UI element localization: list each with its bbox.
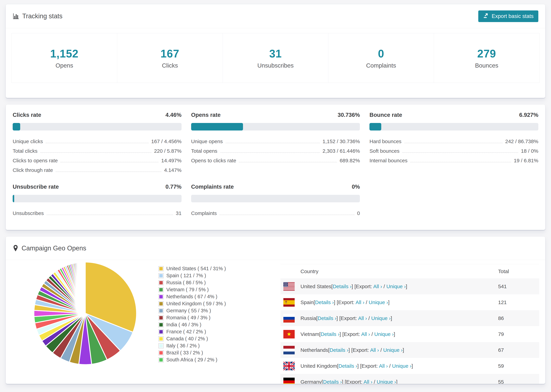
export-unique-link-netherlands[interactable]: Unique › bbox=[383, 347, 403, 353]
export-unique-link-vietnam[interactable]: Unique › bbox=[374, 331, 394, 337]
details-link-united-kingdom[interactable]: Details › bbox=[339, 363, 357, 369]
legend-item-germany[interactable]: Germany ( 55 / 3% ) bbox=[158, 307, 226, 314]
export-unique-link-united-states[interactable]: Unique › bbox=[386, 284, 406, 289]
export-all-link-spain[interactable]: All › bbox=[356, 300, 365, 305]
geo-table-cell-country: United Kingdom [Details ›] [Export: All … bbox=[281, 362, 498, 370]
export-unique-link-germany[interactable]: Unique › bbox=[377, 379, 396, 384]
export-all-link-netherlands[interactable]: All › bbox=[370, 347, 379, 353]
legend-label: United States ( 541 / 31% ) bbox=[166, 266, 226, 271]
country-name: Netherlands bbox=[300, 347, 328, 353]
legend-item-india[interactable]: India ( 46 / 3% ) bbox=[158, 321, 226, 328]
rate-row-complaints: Complaints0 bbox=[191, 209, 360, 218]
geo-table-cell-total: 59 bbox=[498, 363, 539, 369]
rate-row-total-clicks: Total clicks220 / 5.87% bbox=[13, 146, 182, 156]
rate-detail-rows: Complaints0 bbox=[191, 209, 360, 218]
rate-value: 6.927% bbox=[519, 112, 538, 118]
export-unique-link-spain[interactable]: Unique › bbox=[369, 300, 388, 305]
export-all-link-russia[interactable]: All › bbox=[358, 315, 367, 321]
geo-table-cell-country: Vietnam [Details ›] [Export: All › / Uni… bbox=[281, 330, 498, 338]
dotted-leader bbox=[220, 152, 320, 153]
details-link-spain[interactable]: Details › bbox=[315, 300, 334, 305]
geo-table-cell-country: Russia [Details ›] [Export: All › / Uniq… bbox=[281, 314, 498, 322]
export-all-link-united-states[interactable]: All › bbox=[373, 284, 382, 289]
geo-table-header-country: Country bbox=[281, 268, 498, 274]
page-title: Tracking stats bbox=[22, 13, 63, 20]
export-unique-link-united-kingdom[interactable]: Unique › bbox=[392, 363, 411, 369]
rate-row-label: Unique clicks bbox=[13, 139, 43, 144]
country-links: [Details ›] [Export: All › / Unique ›] bbox=[319, 331, 395, 337]
stat-box-opens: 1,152Opens bbox=[12, 33, 117, 83]
details-link-vietnam[interactable]: Details › bbox=[321, 331, 339, 337]
rate-row-unsubscribes: Unsubscribes31 bbox=[13, 209, 182, 218]
rate-row-hard-bounces: Hard bounces242 / 86.738% bbox=[369, 137, 538, 146]
legend-swatch bbox=[158, 301, 164, 306]
geo-table-row-russia: Russia [Details ›] [Export: All › / Uniq… bbox=[281, 310, 539, 326]
legend-item-france[interactable]: France ( 42 / 2% ) bbox=[158, 328, 226, 335]
rate-title: Bounce rate bbox=[369, 112, 402, 118]
tracking-stats-title-group: Tracking stats bbox=[13, 13, 63, 20]
stat-label-unsubscribes: Unsubscribes bbox=[223, 62, 328, 69]
rate-row-label: Unsubscribes bbox=[13, 210, 44, 216]
legend-item-brazil[interactable]: Brazil ( 33 / 2% ) bbox=[158, 349, 226, 356]
flag-ru-icon bbox=[283, 314, 295, 322]
rate-row-value: 242 / 86.738% bbox=[505, 139, 538, 144]
legend-item-netherlands[interactable]: Netherlands ( 67 / 4% ) bbox=[158, 293, 226, 300]
geo-table-cell-total: 541 bbox=[498, 284, 539, 289]
progress-bar-complaints-rate bbox=[191, 195, 360, 202]
geo-pie-chart[interactable] bbox=[29, 257, 142, 370]
details-link-united-states[interactable]: Details › bbox=[333, 284, 352, 289]
pie-slice-other[interactable] bbox=[85, 262, 85, 313]
country-links: [Details ›] [Export: All › / Unique ›] bbox=[322, 379, 397, 384]
legend-item-united-states[interactable]: United States ( 541 / 31% ) bbox=[158, 265, 226, 272]
progress-bar-clicks-rate bbox=[13, 123, 182, 131]
rate-row-label: Clicks to opens rate bbox=[13, 158, 58, 163]
geo-table-cell-total: 121 bbox=[498, 300, 539, 305]
legend-swatch bbox=[158, 273, 164, 278]
rates-row-top: Clicks rate4.46%Unique clicks167 / 4.456… bbox=[13, 112, 538, 175]
export-all-link-united-kingdom[interactable]: All › bbox=[379, 363, 388, 369]
map-pin-icon bbox=[13, 245, 19, 252]
details-link-russia[interactable]: Details › bbox=[318, 315, 336, 321]
legend-item-russia[interactable]: Russia ( 86 / 5% ) bbox=[158, 279, 226, 286]
stat-value-opens: 1,152 bbox=[12, 47, 117, 60]
geo-table-cell-country: Germany [Details ›] [Export: All › / Uni… bbox=[281, 378, 498, 384]
legend-item-spain[interactable]: Spain ( 121 / 7% ) bbox=[158, 272, 226, 279]
legend-item-united-kingdom[interactable]: United Kingdom ( 59 / 3% ) bbox=[158, 300, 226, 307]
legend-swatch bbox=[158, 266, 164, 271]
legend-label: Netherlands ( 67 / 4% ) bbox=[166, 294, 217, 300]
geo-table-row-vietnam: Vietnam [Details ›] [Export: All › / Uni… bbox=[281, 326, 539, 342]
legend-item-canada[interactable]: Canada ( 40 / 2% ) bbox=[158, 335, 226, 342]
details-link-germany[interactable]: Details › bbox=[323, 379, 342, 384]
dotted-leader bbox=[219, 215, 354, 215]
flag-vn-icon bbox=[283, 330, 295, 338]
flag-gb-icon bbox=[283, 362, 295, 370]
rates-row-bottom: Unsubscribe rate0.77%Unsubscribes31Compl… bbox=[13, 183, 538, 218]
geo-table-cell-country: Spain [Details ›] [Export: All › / Uniqu… bbox=[281, 298, 498, 307]
rate-section-clicks-rate: Clicks rate4.46%Unique clicks167 / 4.456… bbox=[13, 112, 182, 175]
export-basic-stats-button[interactable]: Export basic stats bbox=[478, 10, 538, 22]
stat-label-clicks: Clicks bbox=[117, 62, 223, 69]
export-unique-link-russia[interactable]: Unique › bbox=[371, 315, 391, 321]
stat-box-clicks: 167Clicks bbox=[117, 33, 223, 83]
stat-label-opens: Opens bbox=[12, 62, 117, 69]
campaign-geo-title-group: Campaign Geo Opens bbox=[13, 245, 86, 252]
geo-table-header-row: CountryTotal bbox=[281, 264, 539, 279]
geo-pie-legend: United States ( 541 / 31% )Spain ( 121 /… bbox=[158, 265, 226, 363]
export-icon bbox=[483, 13, 489, 20]
legend-item-romania[interactable]: Romania ( 49 / 3% ) bbox=[158, 314, 226, 321]
country-links: [Details ›] [Export: All › / Unique ›] bbox=[328, 347, 404, 353]
rate-row-opens-to-clicks-rate: Opens to clicks rate689.82% bbox=[191, 156, 360, 165]
legend-item-italy[interactable]: Italy ( 36 / 2% ) bbox=[158, 342, 226, 349]
export-all-link-vietnam[interactable]: All › bbox=[361, 331, 370, 337]
export-all-link-germany[interactable]: All › bbox=[363, 379, 372, 384]
progress-fill bbox=[191, 123, 243, 131]
legend-item-vietnam[interactable]: Vietnam ( 79 / 5% ) bbox=[158, 286, 226, 293]
geo-table-cell-total: 67 bbox=[498, 347, 539, 353]
rate-section-unsubscribe-rate: Unsubscribe rate0.77%Unsubscribes31 bbox=[13, 183, 182, 218]
legend-item-south-africa[interactable]: South Africa ( 29 / 2% ) bbox=[158, 356, 226, 363]
details-link-netherlands[interactable]: Details › bbox=[330, 347, 348, 353]
dotted-leader bbox=[402, 152, 518, 153]
rate-row-value: 18 / 0% bbox=[521, 148, 538, 154]
dotted-leader bbox=[47, 215, 173, 215]
rate-section-bounce-rate: Bounce rate6.927%Hard bounces242 / 86.73… bbox=[369, 112, 538, 175]
